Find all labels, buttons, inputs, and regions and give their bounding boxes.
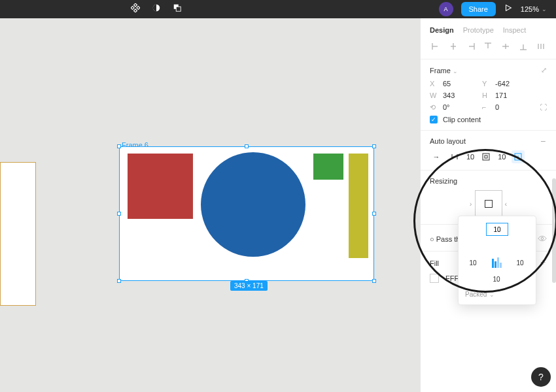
red-rectangle[interactable] <box>128 154 193 219</box>
padding-top-input[interactable] <box>486 223 508 236</box>
selection-handle[interactable] <box>372 144 376 148</box>
align-bottom-icon[interactable] <box>517 41 529 52</box>
green-rectangle[interactable] <box>313 154 343 180</box>
align-right-icon[interactable] <box>465 41 477 52</box>
align-left-icon[interactable] <box>430 41 442 52</box>
tab-inspect[interactable]: Inspect <box>503 26 526 34</box>
svg-rect-23 <box>485 155 487 158</box>
spacing-input[interactable]: 10 <box>466 153 474 161</box>
resizing-constraints-widget[interactable]: › ‹ <box>430 190 547 218</box>
direction-horizontal-icon[interactable]: → <box>430 150 443 163</box>
align-center-h-icon[interactable] <box>447 41 459 52</box>
tab-prototype[interactable]: Prototype <box>463 26 494 34</box>
svg-rect-0 <box>134 3 137 7</box>
canvas[interactable]: Frame 6 343 × 171 <box>0 18 420 392</box>
h-input[interactable]: 171 <box>495 91 529 99</box>
frame-section: Frame ⌄ ⤢ X 65 Y -642 W 343 H 171 ⟲ 0° ⌐… <box>421 59 556 130</box>
tidy-up-icon[interactable] <box>535 41 547 52</box>
selection-handle[interactable] <box>372 279 376 283</box>
svg-rect-1 <box>131 7 134 10</box>
independent-corners-icon[interactable]: ⛶ <box>540 103 547 112</box>
properties-panel: Design Prototype Inspect Frame ⌄ ⤢ X 65 … <box>420 18 556 392</box>
share-button[interactable]: Share <box>461 2 496 16</box>
tab-design[interactable]: Design <box>430 26 454 34</box>
selection-handle[interactable] <box>117 144 121 148</box>
corner-radius-icon: ⌐ <box>482 103 490 112</box>
spacing-icon[interactable] <box>448 150 461 163</box>
padding-input[interactable]: 10 <box>498 153 506 161</box>
autolayout-title: Auto layout <box>430 137 466 145</box>
autolayout-section: Auto layout − → 10 10 <box>421 130 556 170</box>
alignment-box-icon[interactable] <box>492 257 502 268</box>
scrollbar[interactable] <box>552 178 556 283</box>
distribution-dropdown[interactable]: Packed ⌄ <box>465 291 529 298</box>
present-icon[interactable] <box>504 3 513 15</box>
remove-autolayout-icon[interactable]: − <box>539 137 547 145</box>
left-crop-artifact <box>0 162 36 306</box>
selection-handle[interactable] <box>245 144 249 148</box>
rotation-icon: ⟲ <box>430 103 438 112</box>
padding-bottom-value[interactable]: 10 <box>493 276 500 283</box>
alignment-padding-button[interactable] <box>512 150 525 163</box>
corner-radius-input[interactable]: 0 <box>495 103 529 112</box>
fill-title: Fill <box>430 259 439 267</box>
olive-rectangle[interactable] <box>349 154 368 258</box>
padding-uniform-icon[interactable] <box>479 150 493 163</box>
x-label: X <box>430 80 438 88</box>
align-center-v-icon[interactable] <box>500 41 512 52</box>
y-input[interactable]: -642 <box>495 80 529 88</box>
mask-icon[interactable] <box>152 3 161 15</box>
zoom-dropdown[interactable]: 125% ⌄ <box>521 5 547 13</box>
align-top-icon[interactable] <box>482 41 494 52</box>
y-label: Y <box>482 80 490 88</box>
resizing-title: Resizing <box>430 177 457 185</box>
selection-handle[interactable] <box>117 212 121 216</box>
avatar[interactable]: A <box>439 2 453 16</box>
selection-handle[interactable] <box>372 212 376 216</box>
fill-swatch[interactable] <box>430 274 439 283</box>
visibility-icon[interactable] <box>538 234 547 244</box>
help-button[interactable]: ? <box>531 367 551 387</box>
h-label: H <box>482 91 490 99</box>
add-fill-icon[interactable]: + <box>539 258 547 266</box>
resize-to-fit-icon[interactable]: ⤢ <box>541 66 547 74</box>
svg-rect-3 <box>134 9 137 12</box>
selection-handle[interactable] <box>117 279 121 283</box>
components-icon[interactable] <box>131 3 140 15</box>
clip-content-label: Clip content <box>443 116 481 123</box>
svg-rect-22 <box>483 154 489 160</box>
alignment-controls <box>421 41 556 59</box>
padding-left-value[interactable]: 10 <box>469 259 476 267</box>
alignment-padding-popover: 10 10 10 Packed ⌄ <box>458 216 536 305</box>
frame-type-dropdown[interactable]: Frame ⌄ <box>430 67 458 74</box>
selection-dimensions-badge: 343 × 171 <box>230 281 268 291</box>
rotation-input[interactable]: 0° <box>443 103 477 112</box>
clip-content-checkbox[interactable]: ✓ <box>430 116 438 123</box>
padding-right-value[interactable]: 10 <box>516 259 523 267</box>
blue-circle[interactable] <box>201 152 305 257</box>
w-label: W <box>430 91 438 99</box>
top-toolbar: A Share 125% ⌄ <box>0 0 556 18</box>
selected-frame[interactable] <box>119 146 374 281</box>
svg-rect-2 <box>137 7 140 10</box>
boolean-icon[interactable] <box>173 3 182 15</box>
svg-point-27 <box>541 237 544 240</box>
w-input[interactable]: 343 <box>443 91 477 99</box>
x-input[interactable]: 65 <box>443 80 477 88</box>
svg-rect-6 <box>176 7 181 11</box>
